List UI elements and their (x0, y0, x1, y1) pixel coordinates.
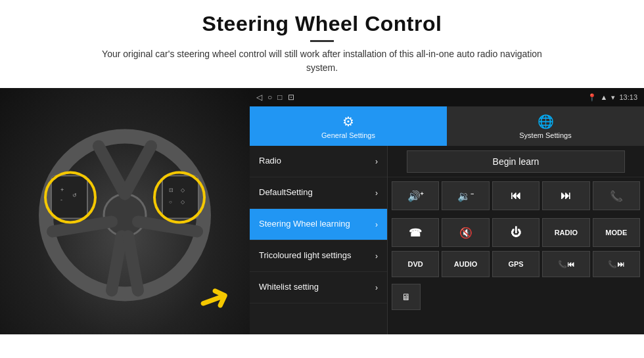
vol-down-icon: 🔉− (457, 190, 474, 202)
title-divider (310, 40, 334, 42)
svg-line-4 (53, 221, 112, 231)
svg-text:◇: ◇ (181, 187, 185, 193)
steering-wheel-svg: + - ↺ ⊡ ◇ ○ ◇ (33, 126, 217, 303)
next-track-button[interactable]: ⏭ (542, 181, 589, 210)
hang-up-icon: ☎ (409, 227, 422, 239)
control-grid-row1: 🔊+ 🔉− ⏮ ⏭ 📞 (388, 177, 644, 214)
menu-default-label: DefaultSetting (259, 187, 313, 198)
prev-track-button[interactable]: ⏮ (492, 181, 540, 210)
mute-icon: 🔇 (459, 227, 472, 239)
svg-line-3 (125, 146, 151, 194)
menu-item-default[interactable]: DefaultSetting › (250, 177, 387, 209)
radio-label: RADIO (555, 229, 578, 236)
svg-rect-8 (51, 175, 87, 218)
control-grid-row2: ☎ 🔇 ⏻ RADIO MODE (388, 214, 644, 251)
main-content: Radio › DefaultSetting › Steering Wheel … (250, 146, 644, 334)
menu-item-whitelist[interactable]: Whitelist setting › (250, 272, 387, 303)
svg-line-7 (128, 236, 138, 290)
tab-general-label: General Settings (321, 131, 375, 139)
begin-learn-row: Begin learn (388, 146, 644, 177)
svg-line-2 (99, 146, 125, 194)
svg-line-5 (138, 221, 197, 231)
begin-learn-button[interactable]: Begin learn (407, 150, 625, 173)
steering-wheel-area: + - ↺ ⊡ ◇ ○ ◇ ➜ (0, 88, 250, 334)
location-icon: 📍 (587, 93, 597, 102)
home-icon[interactable]: ○ (267, 93, 272, 102)
dvd-button[interactable]: DVD (392, 251, 439, 277)
svg-line-6 (112, 236, 122, 290)
menu-tricoloured-label: Tricoloured light settings (259, 250, 351, 261)
tel-prev-button[interactable]: 📞⏮ (542, 251, 589, 277)
svg-text:○: ○ (169, 199, 172, 205)
menu-item-steering[interactable]: Steering Wheel learning › (250, 209, 387, 240)
tel-next-icon: 📞⏭ (608, 260, 624, 269)
page-header: Steering Wheel Control Your original car… (0, 0, 644, 80)
steering-wheel-bg: + - ↺ ⊡ ◇ ○ ◇ ➜ (0, 88, 250, 334)
next-track-icon: ⏭ (561, 190, 571, 202)
menu-whitelist-label: Whitelist setting (259, 282, 319, 293)
tab-system-label: System Settings (519, 131, 571, 139)
prev-track-icon: ⏮ (511, 190, 521, 202)
screen-icon: 🖥 (402, 292, 411, 302)
signal-icon: ▲ (601, 93, 608, 101)
mute-button[interactable]: 🔇 (442, 218, 489, 247)
system-icon: 🌐 (538, 114, 554, 129)
svg-point-1 (104, 194, 146, 236)
status-right: 📍 ▲ ▾ 13:13 (587, 93, 637, 102)
content-area: + - ↺ ⊡ ◇ ○ ◇ ➜ ◁ ○ □ (0, 88, 644, 334)
svg-text:↺: ↺ (72, 192, 77, 198)
dvd-label: DVD (408, 260, 423, 268)
chevron-icon-whitelist: › (375, 283, 378, 292)
status-bar: ◁ ○ □ ⊡ 📍 ▲ ▾ 13:13 (250, 88, 644, 106)
power-button[interactable]: ⏻ (492, 218, 540, 247)
chevron-icon-radio: › (375, 157, 378, 166)
arrow-overlay: ➜ (191, 271, 237, 326)
hang-up-button[interactable]: ☎ (392, 218, 439, 247)
audio-label: AUDIO (454, 260, 477, 268)
menu-item-radio[interactable]: Radio › (250, 146, 387, 177)
tel-prev-icon: 📞⏮ (558, 260, 574, 269)
chevron-icon-steering: › (375, 220, 378, 229)
tab-general[interactable]: ⚙ General Settings (250, 106, 447, 146)
menu-steering-label: Steering Wheel learning (259, 219, 350, 230)
svg-text:-: - (60, 196, 62, 203)
power-icon: ⏻ (511, 227, 521, 238)
gps-label: GPS (508, 260, 523, 268)
tel-next-button[interactable]: 📞⏭ (593, 251, 640, 277)
svg-text:◇: ◇ (181, 199, 185, 205)
apps-icon[interactable]: ⊡ (288, 93, 294, 102)
phone-button[interactable]: 📞 (593, 181, 640, 210)
audio-button[interactable]: AUDIO (442, 251, 489, 277)
radio-button[interactable]: RADIO (542, 218, 589, 247)
page-title: Steering Wheel Control (0, 12, 644, 36)
svg-text:⊡: ⊡ (169, 187, 173, 193)
back-icon[interactable]: ◁ (256, 93, 262, 102)
vol-down-button[interactable]: 🔉− (442, 181, 489, 210)
screen-button[interactable]: 🖥 (392, 284, 421, 310)
wifi-icon: ▾ (611, 93, 615, 102)
icon-row: 🖥 (388, 281, 644, 313)
mode-label: MODE (605, 229, 627, 236)
android-ui: ◁ ○ □ ⊡ 📍 ▲ ▾ 13:13 ⚙ General Settings 🌐… (250, 88, 644, 334)
status-left: ◁ ○ □ ⊡ (256, 93, 294, 102)
vol-up-icon: 🔊+ (407, 190, 424, 202)
phone-icon: 📞 (610, 190, 623, 202)
menu-item-tricoloured[interactable]: Tricoloured light settings › (250, 240, 387, 272)
tab-bar: ⚙ General Settings 🌐 System Settings (250, 106, 644, 146)
gear-icon: ⚙ (342, 114, 354, 129)
chevron-icon-tricoloured: › (375, 252, 378, 261)
right-panel: Begin learn 🔊+ 🔉− ⏮ ⏭ (388, 146, 644, 334)
tab-system[interactable]: 🌐 System Settings (447, 106, 644, 146)
menu-radio-label: Radio (259, 156, 281, 167)
menu-list: Radio › DefaultSetting › Steering Wheel … (250, 146, 388, 334)
clock: 13:13 (619, 93, 637, 101)
gps-button[interactable]: GPS (492, 251, 540, 277)
mode-button[interactable]: MODE (593, 218, 640, 247)
vol-up-button[interactable]: 🔊+ (392, 181, 439, 210)
page-subtitle: Your original car's steering wheel contr… (99, 47, 545, 75)
recents-icon[interactable]: □ (277, 93, 282, 102)
chevron-icon-default: › (375, 189, 378, 198)
svg-rect-12 (162, 175, 198, 218)
control-grid-row3: DVD AUDIO GPS 📞⏮ 📞⏭ (388, 251, 644, 281)
svg-text:+: + (60, 187, 64, 193)
